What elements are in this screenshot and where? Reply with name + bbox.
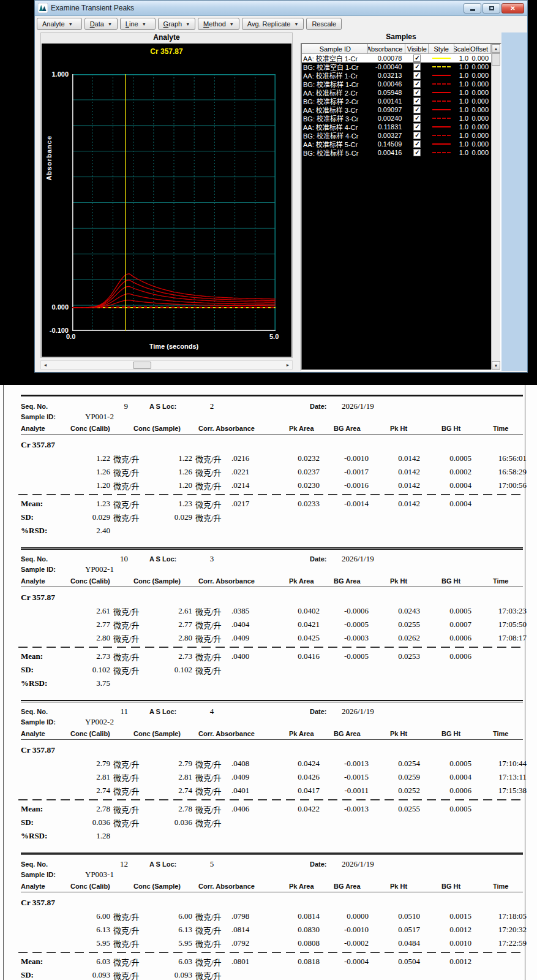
sample-row[interactable]: AA: 校准标样 1-Cr0.03213✓1.00.000 — [302, 71, 491, 80]
samples-vertical-scrollbar[interactable]: ▲ ▼ — [491, 44, 500, 370]
visible-checkbox[interactable]: ✓ — [413, 55, 421, 62]
column-header-offset[interactable]: Offset — [470, 44, 491, 54]
conc-sample-unit: 微克/升 — [192, 650, 228, 663]
row-label — [21, 784, 70, 797]
toolbar-button-label: Method — [203, 20, 226, 28]
seq-no-label: Seq. No. — [21, 555, 85, 563]
column-header-style[interactable]: Style — [429, 44, 454, 54]
sample-id-row: Sample ID:YP002-2 — [21, 717, 523, 727]
dropdown-arrow-icon: ▼ — [69, 22, 73, 26]
visible-checkbox[interactable]: ✓ — [413, 80, 421, 88]
conc-sample: 2.61 — [146, 604, 192, 618]
minimize-button[interactable] — [464, 3, 481, 13]
sample-id-row: Sample ID:YP003-1 — [21, 870, 523, 880]
sample-row[interactable]: BG: 校准标样 4-Cr0.00327✓1.00.000 — [302, 131, 491, 140]
replicate-row: Mean:2.73微克/升2.73微克/升.04000.0416-0.00050… — [21, 650, 527, 663]
sample-row[interactable]: AA: 校准标样 4-Cr0.11831✓1.00.000 — [302, 123, 491, 131]
toolbar-button-rescale[interactable]: Rescale — [306, 18, 342, 30]
report-column-corr-absorbance: Corr. Absorbance — [198, 883, 255, 890]
sample-row[interactable]: BG: 校准标样 2-Cr0.00141✓1.00.000 — [302, 97, 491, 105]
sample-row[interactable]: AA: 校准标样 5-Cr0.14509✓1.00.000 — [302, 140, 491, 148]
offset-cell: 0.000 — [470, 149, 491, 156]
visible-checkbox[interactable]: ✓ — [413, 115, 421, 122]
scale-cell: 1.0 — [454, 97, 470, 105]
sd-unit: 微克/升 — [110, 816, 146, 829]
close-button[interactable]: ✕ — [501, 3, 524, 13]
visible-checkbox[interactable]: ✓ — [413, 72, 421, 79]
report-column-time: Time — [493, 730, 508, 737]
scale-cell: 1.0 — [454, 80, 470, 88]
toolbar-button-data[interactable]: Data▼ — [84, 18, 118, 30]
column-header-visible[interactable]: Visible — [405, 44, 429, 54]
toolbar-button-avg-replicate[interactable]: Avg. Replicate▼ — [242, 18, 304, 30]
maximize-button[interactable] — [483, 3, 500, 13]
report-column-bg-area: BG Area — [334, 425, 361, 432]
row-label — [21, 465, 70, 479]
visible-checkbox[interactable]: ✓ — [413, 63, 421, 70]
visible-checkbox[interactable]: ✓ — [413, 132, 421, 139]
scroll-left-icon[interactable]: ◄ — [41, 361, 50, 369]
toolbar-button-analyte[interactable]: Analyte▼ — [37, 18, 82, 30]
absorbance-cell: 0.09097 — [368, 106, 406, 113]
conc-calib: 6.03 — [70, 955, 110, 968]
sample-row[interactable]: AA: 校准标样 3-Cr0.09097✓1.00.000 — [302, 105, 491, 114]
transient-peaks-plot[interactable] — [72, 74, 276, 331]
replicate-row: Mean:6.03微克/升6.03微克/升.08010.0818-0.00040… — [21, 955, 527, 968]
chart-horizontal-scrollbar[interactable]: ◄ ► — [40, 360, 293, 370]
results-report-page: Seq. No.9A S Loc:2Date:2026/1/19Sample I… — [0, 385, 537, 980]
as-loc-value: 3 — [187, 554, 236, 564]
sample-row[interactable]: BG: 校准标样 1-Cr0.00046✓1.00.000 — [302, 80, 491, 88]
scale-cell: 1.0 — [454, 115, 470, 122]
bg-area: -0.0005 — [320, 618, 369, 631]
conc-sample: 1.20 — [146, 479, 192, 492]
corr-absorbance: .0216 — [228, 452, 263, 465]
toolbar-button-graph[interactable]: Graph▼ — [158, 18, 196, 30]
chart-plot-region[interactable]: Cr 357.87 1.000 0.000 -0.100 0.0 5.0 Tim… — [42, 44, 291, 357]
row-label — [21, 604, 70, 618]
conc-sample: 2.79 — [146, 757, 192, 770]
toolbar-button-method[interactable]: Method▼ — [198, 18, 239, 30]
column-header-sample-id[interactable]: Sample ID — [302, 44, 368, 54]
visible-checkbox[interactable]: ✓ — [413, 149, 421, 156]
scroll-down-icon[interactable]: ▼ — [492, 361, 500, 370]
sample-row[interactable]: BG: 校准标样 5-Cr0.00416✓1.00.000 — [302, 148, 491, 157]
bg-ht: 0.0005 — [420, 604, 471, 618]
sample-row[interactable]: BG: 校准空白 1-Cr-0.00040✓1.00.000 — [302, 63, 491, 71]
scale-cell: 1.0 — [454, 106, 470, 113]
sample-row[interactable]: AA: 校准标样 2-Cr0.05948✓1.00.000 — [302, 88, 491, 97]
corr-absorbance: .0385 — [228, 604, 263, 618]
title-bar[interactable]: Examine Transient Peaks ✕ — [35, 1, 527, 16]
scale-cell: 1.0 — [454, 55, 470, 62]
visible-checkbox[interactable]: ✓ — [413, 97, 421, 105]
ytick-max: 1.000 — [40, 70, 69, 78]
line-style-swatch — [432, 143, 451, 145]
row-label — [21, 910, 70, 923]
report-column-pk-area: Pk Area — [289, 730, 314, 737]
visible-checkbox[interactable]: ✓ — [413, 89, 421, 96]
bg-area: -0.0005 — [320, 650, 369, 663]
toolbar-button-line[interactable]: Line▼ — [120, 18, 156, 30]
visible-checkbox[interactable]: ✓ — [413, 123, 421, 131]
report-column-bg-ht: BG Ht — [441, 730, 460, 737]
sample-row[interactable]: AA: 校准空白 1-Cr0.00078✓1.00.000 — [302, 54, 491, 63]
replicate-row: 1.26微克/升1.26微克/升.02210.0237-0.00170.0142… — [21, 465, 527, 479]
column-header-absorbance[interactable]: Absorbance — [368, 44, 406, 54]
conc-calib: 6.00 — [70, 910, 110, 923]
conc-calib: 2.73 — [70, 650, 110, 663]
samples-scroll-thumb[interactable] — [492, 53, 500, 66]
report-content: Seq. No.9A S Loc:2Date:2026/1/19Sample I… — [21, 395, 523, 980]
column-header-scale[interactable]: Scale — [454, 44, 470, 54]
statistics-table: Mean:2.78微克/升2.78微克/升.04060.0422-0.00130… — [21, 802, 527, 843]
scroll-right-icon[interactable]: ► — [284, 361, 292, 369]
row-label — [21, 757, 70, 770]
date-value: 2026/1/19 — [338, 859, 411, 869]
visible-checkbox[interactable]: ✓ — [413, 106, 421, 113]
visible-checkbox[interactable]: ✓ — [413, 140, 421, 148]
report-column-analyte: Analyte — [21, 425, 45, 432]
sample-row[interactable]: BG: 校准标样 3-Cr0.00240✓1.00.000 — [302, 114, 491, 123]
scroll-thumb[interactable] — [133, 362, 151, 369]
pk-ht: 0.0243 — [369, 604, 420, 618]
sample-id-cell: BG: 校准标样 5-Cr — [302, 148, 368, 158]
row-label — [21, 618, 70, 631]
scroll-up-icon[interactable]: ▲ — [492, 44, 500, 53]
